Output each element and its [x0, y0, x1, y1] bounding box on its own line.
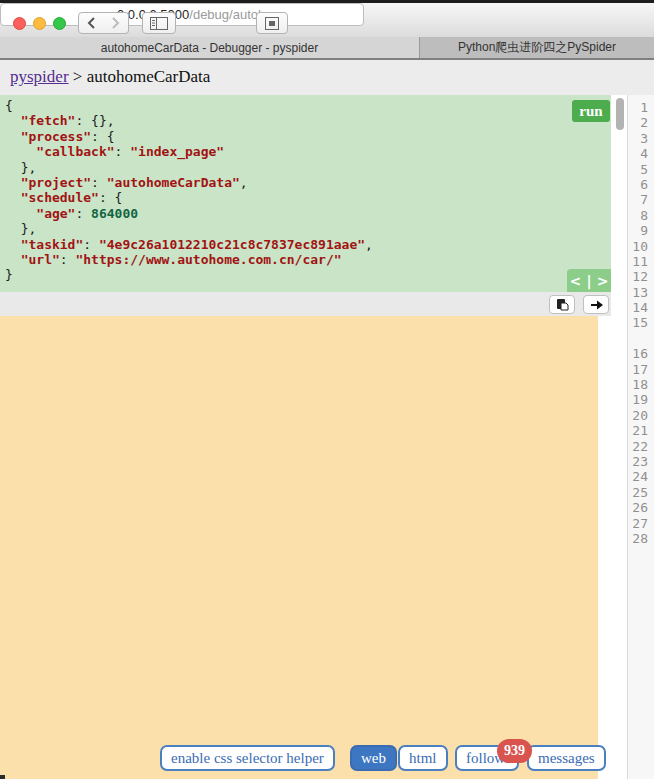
task-json-code[interactable]: { "fetch": {}, "process": { "callback": …: [5, 98, 373, 283]
forward-button[interactable]: [103, 12, 129, 34]
tab-debugger-title: autohomeCarData - Debugger - pyspider: [101, 41, 318, 55]
tab-python-article[interactable]: Python爬虫进阶四之PySpider: [420, 37, 654, 58]
sidebar-toggle-button[interactable]: [142, 12, 176, 34]
scrollbar-thumb[interactable]: [616, 98, 624, 130]
copy-button[interactable]: [549, 295, 575, 314]
back-button[interactable]: [78, 12, 104, 34]
tab-overview-button[interactable]: [256, 12, 288, 34]
breadcrumb-separator: >: [73, 67, 83, 86]
follows-count-badge: 939: [497, 739, 532, 763]
browser-toolbar: 0.0.0.0:5000/debug/autoh: [0, 3, 654, 38]
arrow-right-icon: [590, 300, 603, 310]
task-nav-divider: |: [586, 273, 591, 289]
chevron-right-icon: [111, 17, 120, 29]
browser-window: 0.0.0.0:5000/debug/autoh autohomeCarData…: [0, 0, 654, 779]
messages-tab-button[interactable]: messages: [527, 745, 606, 771]
minimize-window-button[interactable]: [33, 17, 46, 30]
chevron-left-icon: [87, 17, 96, 29]
copy-icon: [556, 298, 569, 311]
web-preview-content[interactable]: [0, 316, 598, 779]
prev-task-button[interactable]: <: [570, 273, 582, 289]
breadcrumb-pyspider-link[interactable]: pyspider: [10, 67, 69, 86]
breadcrumb-current: autohomeCarData: [87, 67, 211, 86]
python-editor-edge: 1234567891011121314151617181920212223242…: [611, 95, 654, 779]
next-task-button[interactable]: >: [597, 273, 609, 289]
breadcrumb: pyspider > autohomeCarData: [10, 67, 210, 89]
web-preview: [0, 316, 611, 779]
zoom-window-button[interactable]: [53, 17, 66, 30]
enable-css-selector-helper-button[interactable]: enable css selector helper: [160, 745, 335, 771]
open-in-new-window-button[interactable]: [583, 295, 609, 314]
tab-python-article-title: Python爬虫进阶四之PySpider: [458, 39, 616, 56]
tab-overview-icon: [265, 17, 279, 30]
html-tab-button[interactable]: html: [398, 745, 448, 771]
close-window-button[interactable]: [13, 17, 26, 30]
tab-bar: autohomeCarData - Debugger - pyspider Py…: [0, 37, 654, 60]
tab-debugger[interactable]: autohomeCarData - Debugger - pyspider: [0, 37, 420, 58]
task-nav-bar: < | >: [567, 269, 611, 292]
task-editor[interactable]: { "fetch": {}, "process": { "callback": …: [0, 95, 611, 292]
url-path: /debug/autoh: [189, 7, 265, 22]
corner-artifact: [0, 775, 5, 779]
run-button[interactable]: run: [572, 100, 610, 122]
editor-toolbar: [0, 292, 611, 316]
sidebar-icon: [150, 17, 168, 30]
code-line-numbers: 1234567891011121314151617181920212223242…: [628, 95, 654, 779]
web-tab-button[interactable]: web: [350, 745, 397, 771]
